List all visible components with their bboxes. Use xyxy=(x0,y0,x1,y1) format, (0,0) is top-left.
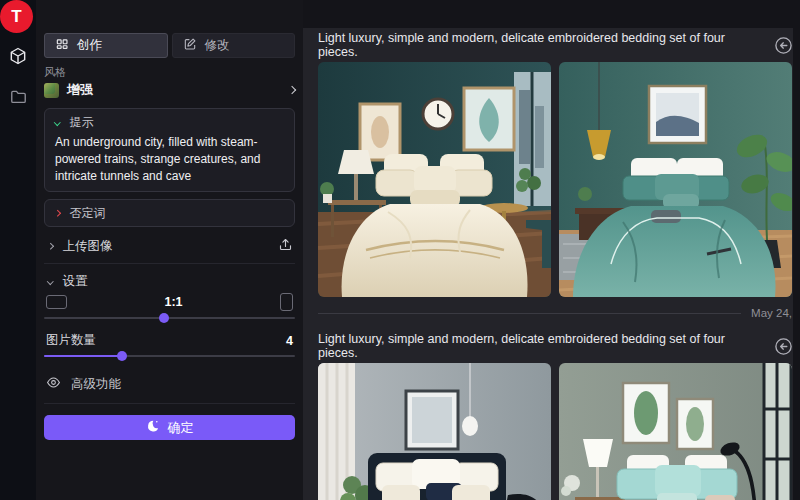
gallery-prompt-text: Light luxury, simple and modern, delicat… xyxy=(318,332,762,360)
image-count-value: 4 xyxy=(286,334,293,348)
negative-label: 否定词 xyxy=(70,205,106,222)
cube-icon xyxy=(8,46,28,70)
generated-image-1[interactable] xyxy=(318,62,551,297)
style-selector[interactable]: 增强 xyxy=(44,79,295,101)
generated-image-2[interactable] xyxy=(559,62,792,297)
control-panel: 创作 修改 风格 增强 提示 An unde xyxy=(36,0,303,500)
tab-create-label: 创作 xyxy=(77,37,102,54)
reuse-prompt-icon[interactable] xyxy=(774,337,793,356)
negative-card: 否定词 xyxy=(44,199,295,227)
gallery-row xyxy=(303,363,793,500)
advanced-label: 高级功能 xyxy=(71,376,121,393)
prompt-toggle[interactable]: 提示 xyxy=(55,115,284,129)
advanced-toggle[interactable]: 高级功能 xyxy=(44,375,295,404)
settings-label: 设置 xyxy=(63,273,88,290)
bedroom-scene-gray xyxy=(318,363,551,500)
upload-label: 上传图像 xyxy=(63,238,113,255)
prompt-card: 提示 An underground city, filled with stea… xyxy=(44,108,295,192)
gallery-prompt-row: Light luxury, simple and modern, delicat… xyxy=(303,329,793,363)
count-slider[interactable] xyxy=(44,350,295,362)
bedroom-scene-cream xyxy=(318,62,551,297)
gallery: Light luxury, simple and modern, delicat… xyxy=(303,28,793,500)
aspect-slider-knob[interactable] xyxy=(159,313,169,323)
chevron-down-icon xyxy=(54,119,60,125)
prompt-input[interactable]: An underground city, filled with steam-p… xyxy=(55,134,284,185)
bedroom-scene-mint xyxy=(559,363,792,500)
rail-item-models[interactable] xyxy=(6,46,30,70)
chevron-right-icon xyxy=(47,243,53,249)
app-root: T xyxy=(0,0,800,500)
date-label: May 24, xyxy=(751,307,793,319)
gallery-row xyxy=(303,62,793,297)
reuse-prompt-icon[interactable] xyxy=(774,36,793,55)
tab-create[interactable]: 创作 xyxy=(44,33,168,58)
gallery-prompt-row: Light luxury, simple and modern, delicat… xyxy=(303,28,793,62)
rail-item-files[interactable] xyxy=(6,86,30,110)
style-value: 增强 xyxy=(67,81,93,99)
settings-toggle[interactable]: 设置 xyxy=(44,270,295,288)
style-section-label: 风格 xyxy=(44,65,295,77)
confirm-button[interactable]: 确定 xyxy=(44,415,295,440)
aspect-ratio-value: 1:1 xyxy=(164,295,182,309)
generated-image-4[interactable] xyxy=(559,363,792,500)
tab-edit[interactable]: 修改 xyxy=(172,33,296,58)
aspect-slider[interactable] xyxy=(44,312,295,324)
style-thumbnail xyxy=(44,83,59,98)
logo-avatar[interactable]: T xyxy=(0,0,33,33)
folder-icon xyxy=(9,87,28,110)
grid-icon xyxy=(55,37,69,54)
image-count-label: 图片数量 xyxy=(46,332,96,349)
chevron-down-icon xyxy=(47,278,53,284)
gallery-prompt-text: Light luxury, simple and modern, delicat… xyxy=(318,31,762,59)
left-rail: T xyxy=(0,0,36,500)
image-count-row: 图片数量 4 xyxy=(44,333,295,348)
moon-sparkle-icon xyxy=(146,419,160,436)
date-divider: May 24, xyxy=(303,297,793,329)
edit-icon xyxy=(183,37,197,54)
divider-line xyxy=(318,313,741,314)
mode-tabs: 创作 修改 xyxy=(44,33,295,58)
landscape-icon xyxy=(46,295,67,309)
logo-letter: T xyxy=(11,7,21,27)
confirm-label: 确定 xyxy=(168,419,194,437)
chevron-right-icon xyxy=(54,210,60,216)
portrait-icon xyxy=(280,293,293,311)
upload-icon xyxy=(278,237,293,255)
bedroom-scene-teal xyxy=(559,62,792,297)
chevron-right-icon xyxy=(288,86,296,94)
aspect-ratio-row: 1:1 xyxy=(44,294,295,310)
upload-image-row[interactable]: 上传图像 xyxy=(44,233,295,264)
count-slider-knob[interactable] xyxy=(117,351,127,361)
negative-toggle[interactable]: 否定词 xyxy=(55,206,284,220)
eye-icon xyxy=(46,375,61,393)
prompt-label: 提示 xyxy=(70,114,94,131)
tab-edit-label: 修改 xyxy=(205,37,230,54)
generated-image-3[interactable] xyxy=(318,363,551,500)
